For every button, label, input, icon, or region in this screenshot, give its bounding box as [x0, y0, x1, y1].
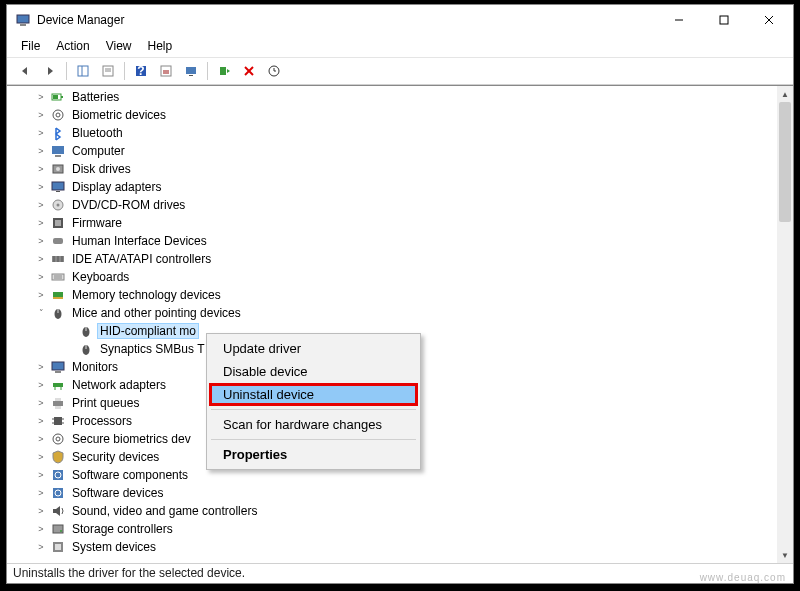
tree-node[interactable]: >Keyboards	[7, 268, 777, 286]
forward-button[interactable]	[38, 60, 62, 82]
menu-action[interactable]: Action	[48, 37, 97, 55]
ctx-properties[interactable]: Properties	[209, 443, 418, 466]
svg-rect-41	[52, 274, 64, 280]
vertical-scrollbar[interactable]: ▲ ▼	[777, 86, 793, 563]
tree-node[interactable]: >Sound, video and game controllers	[7, 502, 777, 520]
svg-point-29	[56, 167, 60, 171]
view-button[interactable]	[179, 60, 203, 82]
menu-view[interactable]: View	[98, 37, 140, 55]
ctx-disable-device[interactable]: Disable device	[209, 360, 418, 383]
expand-icon[interactable]: >	[35, 163, 47, 175]
scroll-down-button[interactable]: ▼	[777, 547, 793, 563]
menu-help[interactable]: Help	[140, 37, 181, 55]
tree-node-label: Human Interface Devices	[69, 233, 210, 249]
tree-node[interactable]: >Computer	[7, 142, 777, 160]
tree-node[interactable]: >Biometric devices	[7, 106, 777, 124]
expand-icon[interactable]: >	[35, 199, 47, 211]
tree-node[interactable]: >Batteries	[7, 88, 777, 106]
toolbar: ?	[7, 57, 793, 85]
toolbar-separator	[124, 62, 125, 80]
expand-icon[interactable]: >	[35, 397, 47, 409]
tree-node[interactable]: >Human Interface Devices	[7, 232, 777, 250]
expand-icon[interactable]: >	[35, 487, 47, 499]
tree-node-label: Display adapters	[69, 179, 164, 195]
back-button[interactable]	[13, 60, 37, 82]
tree-node[interactable]: ˅Mice and other pointing devices	[7, 304, 777, 322]
expand-icon[interactable]: >	[35, 109, 47, 121]
svg-rect-74	[55, 544, 61, 550]
tree-node[interactable]: >Firmware	[7, 214, 777, 232]
expand-icon[interactable]: >	[35, 451, 47, 463]
tree-node-label: Processors	[69, 413, 135, 429]
help-button[interactable]: ?	[129, 60, 153, 82]
expand-icon[interactable]: >	[35, 235, 47, 247]
tree-node-label: Network adapters	[69, 377, 169, 393]
tree-node-label: Security devices	[69, 449, 162, 465]
tree-node-label: DVD/CD-ROM drives	[69, 197, 188, 213]
ctx-separator	[211, 439, 416, 440]
expand-icon[interactable]: >	[35, 91, 47, 103]
tree-node[interactable]: >Memory technology devices	[7, 286, 777, 304]
update-driver-button[interactable]	[212, 60, 236, 82]
ctx-scan-hardware[interactable]: Scan for hardware changes	[209, 413, 418, 436]
svg-rect-30	[52, 182, 64, 190]
expand-icon[interactable]: >	[35, 469, 47, 481]
expand-icon[interactable]: >	[35, 505, 47, 517]
expand-icon[interactable]: >	[35, 433, 47, 445]
dvd-icon	[50, 197, 66, 213]
tree-node-label: Firmware	[69, 215, 125, 231]
ctx-separator	[211, 409, 416, 410]
tree-node-label: Monitors	[69, 359, 121, 375]
action-button[interactable]	[154, 60, 178, 82]
tree-node[interactable]: >DVD/CD-ROM drives	[7, 196, 777, 214]
tree-node-label: Software devices	[69, 485, 166, 501]
expand-icon[interactable]: >	[35, 379, 47, 391]
scan-hardware-button[interactable]	[262, 60, 286, 82]
show-hide-tree-button[interactable]	[71, 60, 95, 82]
expand-icon[interactable]: >	[35, 271, 47, 283]
expand-icon[interactable]: >	[35, 253, 47, 265]
expand-icon[interactable]: >	[35, 523, 47, 535]
device-tree[interactable]: >Batteries>Biometric devices>Bluetooth>C…	[7, 86, 777, 563]
expand-icon[interactable]: >	[35, 217, 47, 229]
svg-rect-3	[720, 16, 728, 24]
ctx-update-driver[interactable]: Update driver	[209, 337, 418, 360]
expand-icon[interactable]: >	[35, 145, 47, 157]
svg-rect-53	[55, 371, 61, 373]
svg-rect-15	[186, 67, 196, 74]
tree-node[interactable]: >System devices	[7, 538, 777, 556]
collapse-icon[interactable]: ˅	[35, 307, 47, 319]
tree-node[interactable]: >Disk drives	[7, 160, 777, 178]
expand-icon[interactable]: >	[35, 181, 47, 193]
tree-node-label: Disk drives	[69, 161, 134, 177]
tree-node[interactable]: >Display adapters	[7, 178, 777, 196]
scroll-up-button[interactable]: ▲	[777, 86, 793, 102]
svg-point-33	[57, 204, 60, 207]
tree-node[interactable]: >Bluetooth	[7, 124, 777, 142]
printer-icon	[50, 395, 66, 411]
tree-node[interactable]: >Storage controllers	[7, 520, 777, 538]
tree-node[interactable]: >IDE ATA/ATAPI controllers	[7, 250, 777, 268]
svg-rect-26	[52, 146, 64, 154]
content-pane: >Batteries>Biometric devices>Bluetooth>C…	[7, 85, 793, 563]
minimize-button[interactable]	[656, 6, 701, 34]
uninstall-button[interactable]	[237, 60, 261, 82]
close-button[interactable]	[746, 6, 791, 34]
ctx-uninstall-device[interactable]: Uninstall device	[209, 383, 418, 406]
cpu-icon	[50, 413, 66, 429]
maximize-button[interactable]	[701, 6, 746, 34]
expand-icon[interactable]: >	[35, 127, 47, 139]
scroll-thumb[interactable]	[779, 102, 791, 222]
tree-node-label: Computer	[69, 143, 128, 159]
expand-icon[interactable]: >	[35, 415, 47, 427]
properties-button[interactable]	[96, 60, 120, 82]
expand-icon[interactable]: >	[35, 361, 47, 373]
bluetooth-icon	[50, 125, 66, 141]
expand-icon[interactable]: >	[35, 541, 47, 553]
tree-node[interactable]: >Software devices	[7, 484, 777, 502]
svg-point-65	[53, 434, 63, 444]
expand-icon[interactable]: >	[35, 289, 47, 301]
svg-text:?: ?	[137, 64, 144, 78]
tree-leaf-label: HID-compliant mo	[97, 323, 199, 339]
menu-file[interactable]: File	[13, 37, 48, 55]
